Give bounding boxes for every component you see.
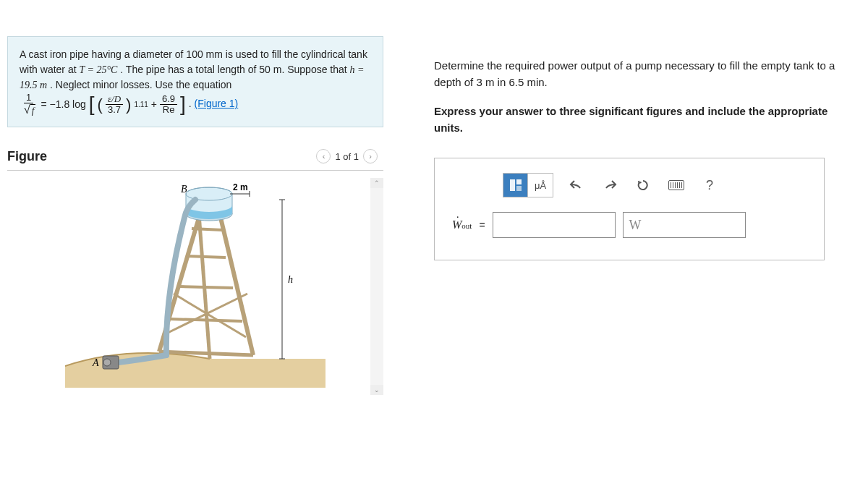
svg-text:B: B <box>181 184 187 195</box>
svg-rect-24 <box>516 179 522 184</box>
reset-button[interactable] <box>633 175 653 195</box>
eq-coef: −1.8 log <box>50 97 86 112</box>
template-icon <box>509 179 522 192</box>
keyboard-button[interactable] <box>666 175 686 195</box>
answer-area: μÅ ? Wout = W <box>434 158 825 260</box>
undo-icon <box>569 179 584 191</box>
help-button[interactable]: ? <box>699 175 720 195</box>
question-instruction: Express your answer to three significant… <box>434 105 827 134</box>
problem-statement: A cast iron pipe having a diameter of 10… <box>7 36 383 127</box>
eq-plus-den: Re <box>161 105 177 115</box>
svg-line-4 <box>170 319 242 321</box>
answer-label: Wout <box>452 218 472 231</box>
next-figure-button[interactable]: › <box>363 149 378 163</box>
figure-heading: Figure <box>7 149 47 164</box>
unit-input[interactable]: W <box>623 212 746 238</box>
redo-icon <box>603 179 617 191</box>
undo-button[interactable] <box>566 175 587 195</box>
format-group: μÅ <box>503 173 553 197</box>
answer-toolbar: μÅ ? <box>503 173 807 197</box>
figure-panel: A B 2 m h ⌃ ⌄ <box>7 178 383 395</box>
figure-diagram: A B 2 m h <box>65 178 326 388</box>
pager-text: 1 of 1 <box>335 151 359 162</box>
svg-line-6 <box>187 256 226 258</box>
svg-rect-25 <box>516 186 522 191</box>
reset-icon <box>637 179 650 192</box>
problem-text-2: . The pipe has a total length of 50 m. S… <box>120 64 349 75</box>
figure-link[interactable]: (Figure 1) <box>195 98 239 109</box>
prev-figure-button[interactable]: ‹ <box>316 149 331 163</box>
problem-text-3: . Neglect minor losses. Use the equation <box>50 79 231 90</box>
svg-text:h: h <box>288 274 293 285</box>
svg-text:2 m: 2 m <box>233 182 248 192</box>
value-input[interactable] <box>493 212 616 238</box>
scroll-up-icon[interactable]: ⌃ <box>370 178 383 188</box>
figure-pager: ‹ 1 of 1 › <box>316 149 378 163</box>
figure-divider <box>7 170 383 171</box>
question-prompt: Determine the required power output of a… <box>434 58 854 90</box>
eq-dot: . <box>189 98 192 109</box>
redo-button[interactable] <box>600 175 620 195</box>
svg-text:A: A <box>92 357 99 368</box>
template-button[interactable] <box>503 174 528 197</box>
eq-lhs-num: 1 <box>24 93 33 103</box>
temp-expr: T = 25°C <box>79 64 117 75</box>
eq-plus-num: 6.9 <box>160 94 177 105</box>
scroll-down-icon[interactable]: ⌄ <box>370 385 383 395</box>
svg-line-5 <box>179 286 233 288</box>
svg-point-13 <box>103 359 111 366</box>
svg-line-7 <box>192 229 223 230</box>
eq-inner-num: ε/D <box>106 94 123 105</box>
friction-equation: 1 f = −1.8 log [ ( ε/D 3.7 ) 1.11 + 6.9 … <box>20 93 186 116</box>
keyboard-icon <box>668 180 684 190</box>
equals-sign: = <box>479 219 485 231</box>
svg-rect-23 <box>510 179 515 191</box>
units-button[interactable]: μÅ <box>528 174 553 197</box>
figure-scrollbar[interactable]: ⌃ ⌄ <box>370 178 383 395</box>
eq-exp: 1.11 <box>134 99 148 110</box>
eq-inner-den: 3.7 <box>106 105 123 115</box>
